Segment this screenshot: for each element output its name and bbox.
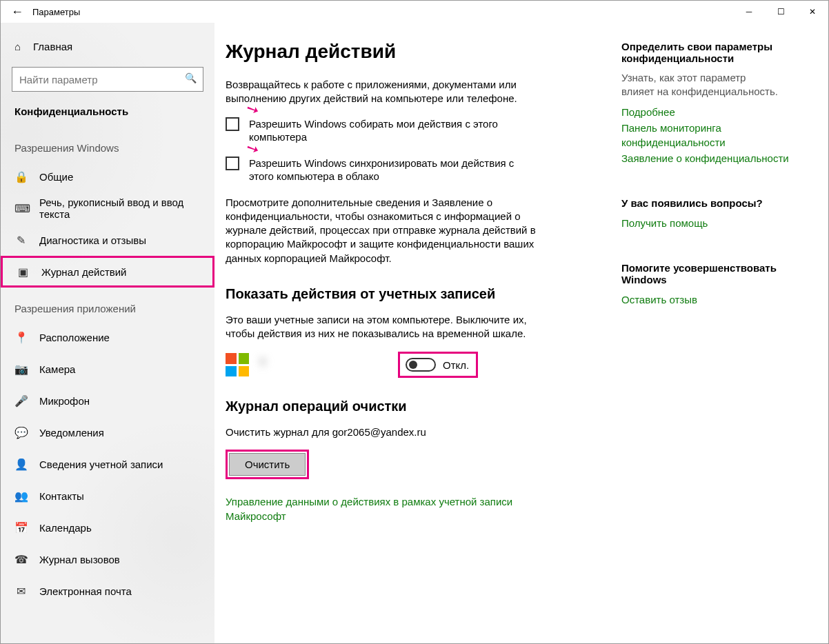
location-icon: 📍: [14, 331, 27, 344]
toggle-knob: [409, 361, 417, 369]
checkbox-label: Разрешить Windows синхронизировать мои д…: [249, 157, 525, 183]
clear-button[interactable]: Очистить: [229, 453, 306, 476]
right-block-title: Помогите усовершенствовать Windows: [621, 262, 780, 285]
calendar-icon: 📅: [14, 521, 27, 534]
sidebar-item-label: Сведения учетной записи: [39, 459, 163, 470]
sidebar-item-label: Электронная почта: [39, 585, 132, 597]
search-box: 🔍: [12, 67, 203, 92]
sidebar-item-contacts[interactable]: 👥 Контакты: [1, 480, 214, 512]
sidebar-item-camera[interactable]: 📷 Камера: [1, 353, 214, 385]
checkbox-collect-activities[interactable]: ➘ Разрешить Windows собирать мои действи…: [226, 117, 621, 144]
account-toggle[interactable]: [406, 358, 436, 372]
checkbox-label: Разрешить Windows собирать мои действия …: [249, 117, 525, 144]
lock-icon: 🔒: [14, 170, 27, 183]
phone-icon: ☎: [14, 553, 27, 566]
sidebar-item-notifications[interactable]: 💬 Уведомления: [1, 416, 214, 448]
window-title: Параметры: [30, 7, 80, 17]
clear-description: Очистить журнал для gor2065@yandex.ru: [226, 425, 557, 439]
intro-text: Возвращайтесь к работе с приложениями, д…: [226, 78, 557, 106]
sidebar-home[interactable]: ⌂ Главная: [1, 31, 214, 61]
back-button[interactable]: ←: [5, 1, 30, 23]
sidebar-item-activity-history[interactable]: ▣ Журнал действий: [1, 256, 214, 288]
sidebar-item-label: Общие: [39, 171, 73, 183]
right-block-title: У вас появились вопросы?: [621, 197, 780, 209]
right-block-text: Узнать, как этот параметр влияет на конф…: [621, 71, 780, 99]
feedback-icon: ✎: [14, 234, 27, 247]
clear-heading: Журнал операций очистки: [226, 399, 621, 414]
sidebar-home-label: Главная: [33, 41, 72, 52]
privacy-info-block: Определить свои параметры конфиденциальн…: [621, 41, 801, 165]
questions-block: У вас появились вопросы? Получить помощь: [621, 197, 801, 230]
sidebar-item-label: Журнал действий: [41, 266, 126, 278]
account-icon: 👤: [14, 458, 27, 471]
account-row: g Откл.: [226, 352, 621, 378]
sidebar-item-email[interactable]: ✉ Электронная почта: [1, 575, 214, 607]
sidebar-item-general[interactable]: 🔒 Общие: [1, 161, 214, 192]
minimize-button[interactable]: ─: [733, 1, 765, 23]
sidebar-item-label: Контакты: [39, 490, 84, 502]
sidebar: ⌂ Главная 🔍 Конфиденциальность Разрешени…: [1, 23, 214, 643]
keyboard-icon: ⌨: [14, 202, 27, 215]
window-body: ⌂ Главная 🔍 Конфиденциальность Разрешени…: [1, 23, 828, 643]
privacy-statement-link[interactable]: Заявление о конфиденциальности: [621, 151, 801, 165]
accounts-heading: Показать действия от учетных записей: [226, 286, 621, 302]
privacy-info-text: Просмотрите дополнительные сведения и За…: [226, 196, 557, 265]
sidebar-item-label: Камера: [39, 363, 75, 375]
page-title: Журнал действий: [226, 41, 621, 63]
leave-feedback-link[interactable]: Оставить отзыв: [621, 292, 801, 307]
account-name-redacted: g: [260, 354, 398, 375]
maximize-button[interactable]: ☐: [765, 1, 797, 23]
main-column: Журнал действий Возвращайтесь к работе с…: [214, 41, 621, 643]
settings-window: ← Параметры ─ ☐ ✕ ⌂ Главная 🔍 Конфиденци…: [0, 0, 829, 644]
account-toggle-highlight: Откл.: [398, 352, 478, 378]
sidebar-item-label: Уведомления: [39, 427, 104, 439]
microsoft-logo-icon: [226, 353, 249, 376]
sidebar-item-calendar[interactable]: 📅 Календарь: [1, 512, 214, 543]
sidebar-category: Конфиденциальность: [1, 97, 214, 127]
checkbox-icon[interactable]: [226, 117, 239, 131]
camera-icon: 📷: [14, 363, 27, 376]
search-input[interactable]: [12, 67, 203, 92]
search-icon: 🔍: [185, 72, 197, 83]
notifications-icon: 💬: [14, 426, 27, 439]
sidebar-item-call-history[interactable]: ☎ Журнал вызовов: [1, 543, 214, 575]
toggle-label: Откл.: [443, 359, 469, 371]
main-area: Журнал действий Возвращайтесь к работе с…: [214, 23, 828, 643]
titlebar: ← Параметры ─ ☐ ✕: [1, 1, 828, 23]
group-header-app-permissions: Разрешения приложений: [1, 288, 214, 321]
contacts-icon: 👥: [14, 490, 27, 503]
feedback-block: Помогите усовершенствовать Windows Остав…: [621, 262, 801, 307]
checkbox-icon[interactable]: [226, 157, 239, 170]
microphone-icon: 🎤: [14, 394, 27, 407]
group-header-windows-permissions: Разрешения Windows: [1, 127, 214, 161]
learn-more-link[interactable]: Подробнее: [621, 105, 801, 119]
sidebar-item-account-info[interactable]: 👤 Сведения учетной записи: [1, 448, 214, 480]
accounts-intro-text: Это ваши учетные записи на этом компьюте…: [226, 313, 557, 341]
email-icon: ✉: [14, 585, 27, 598]
privacy-dashboard-link[interactable]: Панель мониторинга конфиденциальности: [621, 121, 801, 150]
sidebar-item-label: Диагностика и отзывы: [39, 234, 146, 246]
sidebar-item-label: Расположение: [39, 332, 110, 343]
manage-data-link[interactable]: Управление данными о действиях в рамках …: [226, 494, 522, 523]
sidebar-item-location[interactable]: 📍 Расположение: [1, 321, 214, 353]
sidebar-item-speech[interactable]: ⌨ Речь, рукописный ввод и ввод текста: [1, 192, 214, 224]
close-button[interactable]: ✕: [797, 1, 828, 23]
sidebar-item-label: Речь, рукописный ввод и ввод текста: [39, 197, 214, 220]
sidebar-item-label: Календарь: [39, 522, 92, 534]
timeline-icon: ▣: [17, 265, 29, 279]
sidebar-item-label: Журнал вызовов: [39, 554, 120, 565]
get-help-link[interactable]: Получить помощь: [621, 216, 801, 230]
right-block-title: Определить свои параметры конфиденциальн…: [621, 41, 780, 64]
sidebar-item-label: Микрофон: [39, 395, 90, 407]
home-icon: ⌂: [14, 41, 21, 52]
clear-button-highlight: Очистить: [226, 450, 309, 479]
right-column: Определить свои параметры конфиденциальн…: [621, 41, 801, 643]
sidebar-item-diagnostics[interactable]: ✎ Диагностика и отзывы: [1, 224, 214, 256]
checkbox-sync-activities[interactable]: ➘ Разрешить Windows синхронизировать мои…: [226, 157, 621, 183]
sidebar-item-microphone[interactable]: 🎤 Микрофон: [1, 385, 214, 416]
